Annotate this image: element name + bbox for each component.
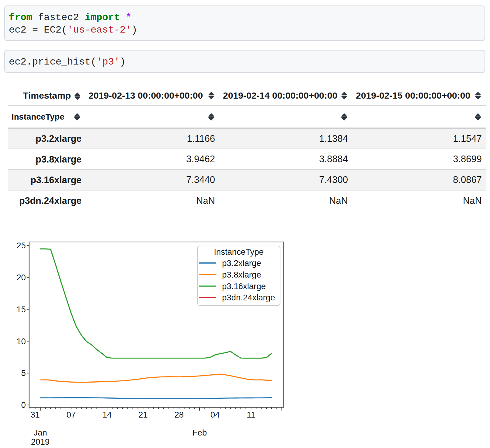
- svg-text:25: 25: [16, 241, 26, 250]
- svg-text:p3.2xlarge: p3.2xlarge: [222, 258, 261, 268]
- svg-text:Jan: Jan: [33, 428, 47, 437]
- svg-text:11: 11: [247, 410, 255, 419]
- svg-text:21: 21: [138, 410, 148, 419]
- svg-text:5: 5: [21, 368, 26, 378]
- svg-text:2019: 2019: [31, 437, 50, 446]
- svg-text:31: 31: [30, 410, 40, 419]
- svg-text:07: 07: [67, 410, 76, 419]
- svg-text:10: 10: [16, 337, 26, 346]
- svg-text:p3.16xlarge: p3.16xlarge: [222, 282, 266, 291]
- svg-text:Feb: Feb: [193, 428, 207, 437]
- svg-text:p3dn.24xlarge: p3dn.24xlarge: [222, 293, 275, 302]
- svg-text:InstanceType: InstanceType: [214, 247, 264, 257]
- svg-text:04: 04: [210, 410, 220, 419]
- svg-text:15: 15: [16, 305, 26, 314]
- svg-text:20: 20: [16, 273, 26, 282]
- svg-text:14: 14: [103, 410, 112, 419]
- svg-text:p3.8xlarge: p3.8xlarge: [222, 270, 261, 279]
- svg-text:0: 0: [21, 400, 26, 410]
- svg-text:28: 28: [174, 410, 184, 419]
